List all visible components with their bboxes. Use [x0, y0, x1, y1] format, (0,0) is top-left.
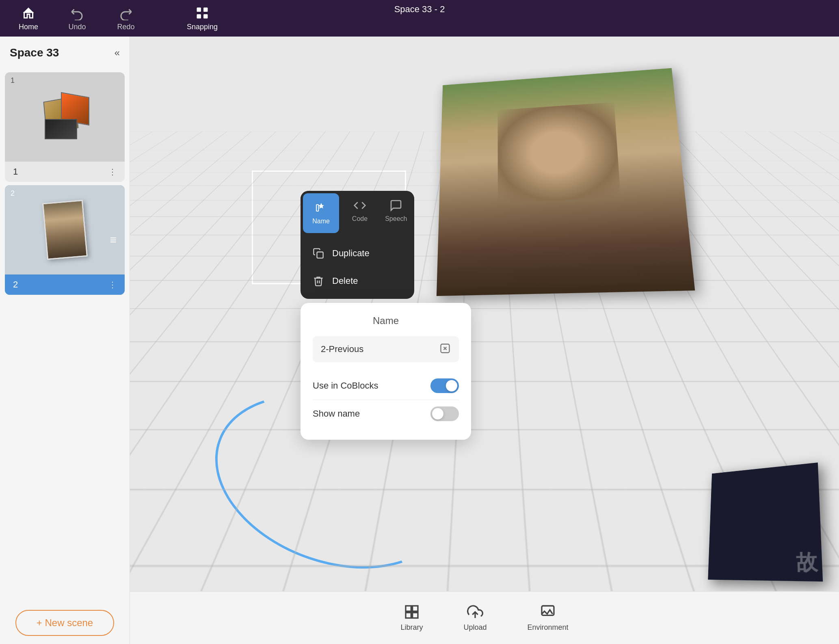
mona-thumbnail [42, 200, 88, 260]
svg-rect-8 [413, 606, 418, 611]
context-menu: Name Code Speech Duplicate [301, 191, 414, 299]
scene-thumb-1 [5, 72, 125, 162]
scene-thumb-2 [5, 185, 125, 274]
environment-label: Environment [528, 623, 569, 632]
svg-rect-1 [203, 7, 208, 12]
tab-code[interactable]: Code [342, 191, 378, 236]
scene-number-2: 2 [11, 189, 15, 198]
bottom-toolbar: Library Upload Environment [130, 591, 839, 644]
home-label: Home [19, 23, 38, 31]
new-scene-button[interactable]: + New scene [15, 610, 114, 636]
svg-rect-10 [413, 613, 418, 618]
redo-label: Redo [117, 23, 134, 31]
collapse-button[interactable]: « [115, 47, 120, 58]
main-area: Space 33 « 1 1 [0, 37, 839, 644]
svg-rect-7 [406, 606, 411, 611]
use-in-coblocks-row: Use in CoBlocks [313, 372, 459, 400]
scene-label-2: 2 [13, 279, 18, 290]
popup-menu-items: Duplicate Delete [301, 236, 414, 299]
scene-number-1: 1 [11, 76, 15, 85]
undo-label: Undo [68, 23, 86, 31]
tab-speech-label: Speech [385, 215, 407, 223]
window-title: Space 33 - 2 [394, 4, 445, 15]
scene-label-1: 1 [13, 166, 18, 177]
sidebar-title: Space 33 [10, 46, 59, 59]
scene-item-2[interactable]: 2 ≡ 2 ⋮ [5, 185, 125, 295]
upload-button[interactable]: Upload [463, 604, 487, 632]
mona-lisa-artwork [437, 68, 695, 296]
home-button[interactable]: Home [16, 6, 41, 31]
redo-button[interactable]: Redo [114, 6, 138, 31]
canvas-area: 故 Name Code Speech [130, 37, 839, 644]
use-in-coblocks-toggle[interactable] [430, 378, 459, 393]
delete-button[interactable]: Delete [301, 267, 414, 295]
tab-code-label: Code [352, 215, 368, 223]
use-in-coblocks-label: Use in CoBlocks [313, 380, 378, 391]
svg-rect-0 [197, 7, 201, 12]
environment-button[interactable]: Environment [528, 604, 569, 632]
tab-name[interactable]: Name [303, 193, 339, 233]
popup-container: Name Code Speech Duplicate [301, 191, 471, 440]
scene-footer-1: 1 ⋮ [5, 162, 125, 182]
library-label: Library [400, 623, 423, 632]
snapping-button[interactable]: Snapping [187, 6, 218, 31]
show-name-row: Show name [313, 400, 459, 428]
toolbar: Space 33 - 2 Home Undo Redo Snapping [0, 0, 839, 37]
scene-item-1[interactable]: 1 1 ⋮ [5, 72, 125, 182]
scene-footer-2: 2 ⋮ [5, 274, 125, 295]
svg-rect-4 [316, 205, 318, 211]
duplicate-button[interactable]: Duplicate [301, 240, 414, 267]
scene-menu-2[interactable]: ⋮ [108, 280, 117, 290]
name-value: 2-Previous [321, 344, 363, 354]
toggle-knob-showname [432, 408, 443, 419]
scene-menu-1[interactable]: ⋮ [108, 167, 117, 177]
name-panel: Name 2-Previous Use in CoBlocks Show nam… [301, 303, 471, 440]
svg-rect-2 [197, 14, 201, 19]
show-name-toggle[interactable] [430, 406, 459, 421]
upload-label: Upload [463, 623, 487, 632]
toggle-knob-coblocks [446, 380, 457, 391]
duplicate-label: Duplicate [332, 248, 370, 259]
delete-label: Delete [332, 276, 358, 286]
tab-name-label: Name [312, 218, 330, 225]
scene-list: 1 1 ⋮ 2 [0, 66, 130, 602]
svg-rect-9 [406, 613, 411, 618]
library-button[interactable]: Library [400, 604, 423, 632]
sidebar: Space 33 « 1 1 [0, 37, 130, 644]
list-icon: ≡ [110, 233, 117, 246]
undo-button[interactable]: Undo [65, 6, 89, 31]
name-field[interactable]: 2-Previous [313, 336, 459, 362]
clear-name-button[interactable] [439, 343, 451, 356]
svg-rect-5 [317, 252, 323, 258]
svg-rect-3 [203, 14, 208, 19]
sidebar-header: Space 33 « [0, 37, 130, 66]
popup-tabs: Name Code Speech [301, 191, 414, 236]
tab-speech[interactable]: Speech [378, 191, 414, 236]
show-name-label: Show name [313, 408, 360, 419]
snapping-label: Snapping [187, 23, 218, 31]
dark-cube-object: 故 [708, 462, 823, 581]
panel-title: Name [313, 315, 459, 326]
cube-text: 故 [796, 548, 818, 577]
